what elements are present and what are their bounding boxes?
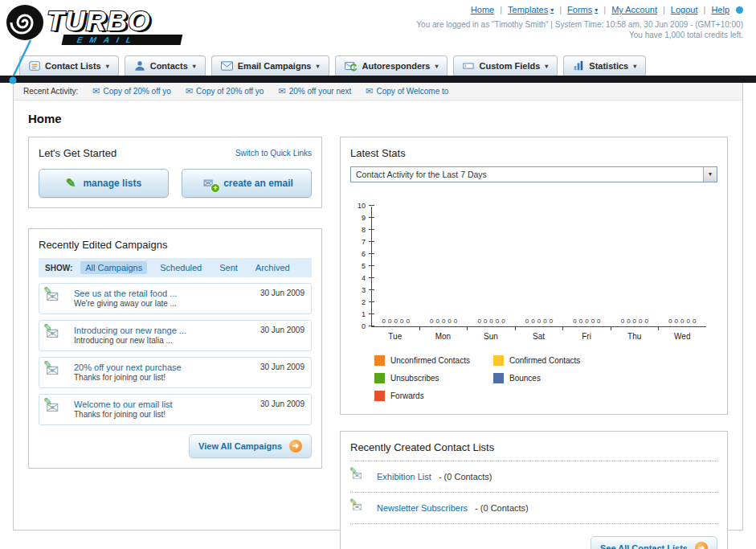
bar-value-label: 0: [550, 318, 553, 325]
campaign-row: ✉ ✎ Introducing our new range ... Introd…: [39, 320, 312, 351]
stats-period-select[interactable]: Contact Activity for the Last 7 Days ▾: [350, 166, 717, 182]
recent-activity-item[interactable]: ✉ 20% off your next: [278, 86, 351, 96]
link-home[interactable]: Home: [471, 5, 494, 14]
y-axis-tick-mark: [369, 241, 374, 242]
chart-bar-group: 00000: [468, 318, 515, 326]
campaign-edit-icon: ✉ ✎: [46, 326, 67, 343]
link-forms[interactable]: Forms ▾: [567, 5, 598, 14]
stats-period-value: Contact Activity for the Last 7 Days: [356, 170, 487, 179]
contact-list-link[interactable]: Exhibition List: [377, 472, 431, 481]
bar-value-label: 0: [400, 318, 403, 325]
autoresponders-icon: [345, 61, 358, 72]
tab-scheduled[interactable]: Scheduled: [155, 261, 206, 274]
recent-activity-item[interactable]: ✉ Copy of 20% off yo: [186, 86, 264, 96]
y-axis-tick-label: 0: [362, 323, 366, 330]
get-started-title: Let's Get Started: [39, 147, 116, 159]
tab-archived[interactable]: Archived: [251, 261, 295, 274]
see-all-contact-lists-label: See All Contact Lists: [600, 543, 688, 549]
page-title: Home: [28, 112, 728, 125]
y-axis-tick-mark: [369, 301, 374, 302]
nav-tab-email-campaigns[interactable]: Email Campaigns ▾: [211, 55, 329, 76]
legend-label: Unsubscribes: [390, 374, 439, 383]
nav-tab-contacts[interactable]: Contacts ▾: [125, 55, 206, 76]
campaign-subtitle: We're giving away our late ...: [74, 299, 177, 308]
link-templates[interactable]: Templates ▾: [508, 5, 554, 14]
bar-value-label: 0: [645, 318, 648, 325]
y-axis-tick-label: 6: [362, 251, 366, 258]
campaign-row: ✉ ✎ 20% off your next purchase Thanks fo…: [39, 357, 312, 388]
campaign-title-link[interactable]: Introducing our new range ...: [74, 326, 253, 335]
nav-tab-label: Email Campaigns: [238, 61, 312, 71]
campaign-row: ✉ ✎ Welcome to our email list Thanks for…: [39, 394, 312, 425]
logo-antenna-decoration: [5, 39, 37, 88]
separator: |: [559, 5, 562, 14]
see-all-contact-lists-button[interactable]: See All Contact Lists ➜: [590, 536, 717, 549]
x-axis-tick-label: Thu: [611, 327, 659, 341]
recent-activity-text: Copy of Welcome to: [377, 87, 449, 96]
chart-bar-groups: 00000000000000000000000000000000000: [372, 318, 706, 326]
recent-activity-bar: Recent Activity: ✉ Copy of 20% off yo ✉ …: [14, 83, 742, 100]
separator: |: [500, 5, 502, 14]
y-axis-tick-label: 5: [362, 263, 366, 270]
bar-value-label: 0: [573, 318, 576, 325]
recent-activity-item[interactable]: ✉ Copy of 20% off yo: [92, 86, 171, 96]
custom-fields-icon: [463, 60, 474, 72]
chart-bar-group: 00000: [659, 318, 706, 326]
header-right: Home | Templates ▾ | Forms ▾ | My Accoun…: [416, 5, 743, 39]
separator: |: [603, 5, 606, 14]
latest-stats-panel: Latest Stats Contact Activity for the La…: [340, 137, 728, 415]
campaign-title-link[interactable]: See us at the retail food ...: [74, 289, 253, 298]
bar-value-label: 0: [447, 318, 451, 325]
bar-value-label: 0: [489, 318, 492, 325]
y-axis-tick-label: 4: [362, 275, 366, 282]
nav-tab-custom-fields[interactable]: Custom Fields ▾: [453, 55, 558, 76]
logo-subtext: EMAIL: [76, 35, 139, 44]
campaign-title-link[interactable]: Welcome to our email list: [74, 399, 253, 409]
y-axis-tick-mark: [369, 289, 374, 290]
x-axis-tick-label: Sat: [515, 327, 563, 341]
x-axis-tick-label: Wed: [658, 327, 706, 341]
bar-value-label: 0: [579, 318, 582, 325]
y-axis-tick-label: 2: [362, 299, 366, 306]
contact-list-link[interactable]: Newsletter Subscribers: [377, 503, 468, 513]
create-email-label: create an email: [223, 178, 293, 189]
manage-lists-button[interactable]: ✎ manage lists: [39, 169, 169, 198]
campaign-date: 30 Jun 2009: [260, 363, 304, 371]
campaign-date: 30 Jun 2009: [260, 326, 304, 334]
link-help[interactable]: Help: [711, 5, 729, 14]
bar-value-label: 0: [525, 318, 529, 325]
envelope-icon: ✉: [278, 86, 285, 96]
link-logout[interactable]: Logout: [671, 5, 698, 14]
legend-item: Bounces: [493, 373, 612, 383]
separator: |: [704, 5, 706, 14]
create-email-button[interactable]: ✉ + create an email: [182, 169, 312, 198]
nav-tab-label: Contacts: [150, 61, 188, 71]
utility-nav: Home | Templates ▾ | Forms ▾ | My Accoun…: [416, 5, 743, 14]
bar-value-label: 0: [591, 318, 595, 325]
chart-bar-group: 00000: [419, 318, 467, 326]
switch-quick-links-link[interactable]: Switch to Quick Links: [235, 149, 312, 158]
logo-text: TURBO: [47, 5, 150, 36]
nav-tab-autoresponders[interactable]: Autoresponders ▾: [335, 55, 448, 76]
arrow-right-icon: ➜: [695, 542, 708, 549]
x-axis-tick-label: Mon: [419, 327, 468, 341]
y-axis-tick-label: 8: [362, 227, 366, 234]
contacts-icon: [134, 60, 145, 72]
legend-swatch: [374, 391, 385, 401]
chart-legend: Unconfirmed ContactsConfirmed ContactsUn…: [374, 355, 717, 401]
link-my-account[interactable]: My Account: [611, 5, 657, 14]
y-axis-tick-mark: [369, 229, 374, 230]
recent-activity-item[interactable]: ✉ Copy of Welcome to: [366, 86, 448, 96]
bar-value-label: 0: [477, 318, 480, 325]
chevron-down-icon: ▾: [193, 63, 196, 70]
show-label: SHOW:: [45, 264, 72, 272]
chevron-down-icon: ▾: [550, 6, 554, 14]
view-all-campaigns-button[interactable]: View All Campaigns ➜: [189, 434, 312, 458]
y-axis-tick-mark: [369, 277, 374, 278]
tab-all-campaigns[interactable]: All Campaigns: [80, 261, 147, 274]
campaign-title-link[interactable]: 20% off your next purchase: [74, 363, 253, 372]
nav-tab-statistics[interactable]: Statistics ▾: [563, 55, 646, 76]
bar-value-label: 0: [686, 318, 689, 325]
tab-sent[interactable]: Sent: [215, 261, 243, 274]
chart-bar-group: 00000: [563, 318, 611, 326]
